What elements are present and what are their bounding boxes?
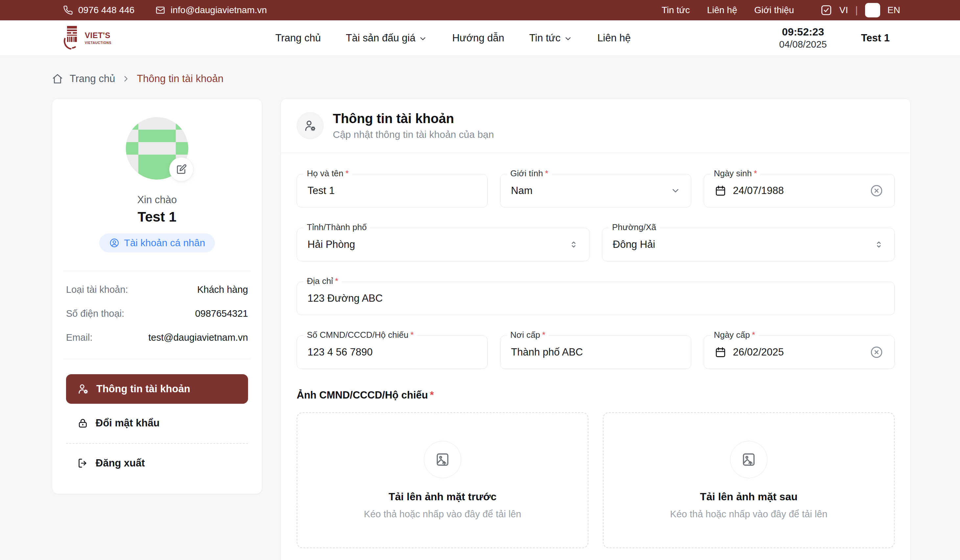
user-gear-icon <box>77 383 89 395</box>
dashed-divider <box>66 443 248 444</box>
calendar-icon <box>715 185 726 196</box>
topbar-email-address: info@daugiavietnam.vn <box>171 5 267 16</box>
image-upload-icon <box>741 452 757 467</box>
dob-clear-button[interactable] <box>869 183 884 198</box>
topbar-email[interactable]: info@daugiavietnam.vn <box>155 5 267 16</box>
issue-date-label: Ngày cấp <box>714 330 750 340</box>
panel-header-icon-circle <box>297 112 323 139</box>
chevron-down-icon <box>419 35 427 43</box>
clear-circle-icon <box>869 183 884 198</box>
ward-label: Phường/Xã <box>612 222 656 232</box>
nav-item-huong-dan[interactable]: Hướng dẫn <box>452 32 504 44</box>
account-sidebar: Xin chào Test 1 Tài khoản cá nhân Loại t… <box>52 99 262 494</box>
site-logo[interactable]: VIET'S VIETAUCTIONS <box>63 25 111 51</box>
topbar-phone-number: 0976 448 446 <box>78 5 134 16</box>
id-photos-section-label: Ảnh CMND/CCCD/Hộ chiếu* <box>297 389 894 401</box>
phone-icon <box>63 5 73 15</box>
nav-item-lien-he[interactable]: Liên hệ <box>597 32 631 44</box>
breadcrumb: Trang chủ Thông tin tài khoản <box>52 73 911 85</box>
upload-back-title: Tải lên ảnh mặt sau <box>700 491 798 503</box>
required-asterisk: * <box>545 168 548 178</box>
clock: 09:52:23 04/08/2025 <box>779 25 827 50</box>
logo-gavel-icon <box>63 25 82 51</box>
address-field[interactable]: Địa chỉ* 123 Đường ABC <box>297 282 894 315</box>
id-number-field[interactable]: Số CMND/CCCD/Hộ chiếu* 123 4 56 7890 <box>297 335 488 369</box>
navbar: VIET'S VIETAUCTIONS Trang chủ Tài sản đấ… <box>0 20 960 56</box>
gender-value: Nam <box>511 185 532 196</box>
logout-icon <box>77 458 88 469</box>
upload-back-dropzone[interactable]: Tải lên ảnh mặt sau Kéo thả hoặc nhấp và… <box>603 412 894 548</box>
address-value: 123 Đường ABC <box>307 292 383 304</box>
upload-front-hint: Kéo thả hoặc nhấp vào đây để tải lên <box>364 509 522 520</box>
greeting-text: Xin chào <box>66 194 248 206</box>
edit-avatar-button[interactable] <box>169 157 194 182</box>
breadcrumb-home-link[interactable]: Trang chủ <box>70 73 115 85</box>
upload-front-dropzone[interactable]: Tải lên ảnh mặt trước Kéo thả hoặc nhấp … <box>297 412 589 548</box>
edit-icon <box>176 164 187 175</box>
mail-icon <box>155 5 165 15</box>
sidebar-item-label: Đổi mật khẩu <box>96 417 160 429</box>
home-icon[interactable] <box>52 73 63 85</box>
required-asterisk: * <box>345 168 349 178</box>
clock-time: 09:52:23 <box>779 25 827 38</box>
topbar-link-tin-tuc[interactable]: Tin tức <box>662 5 690 16</box>
divider <box>63 271 251 271</box>
breadcrumb-current: Thông tin tài khoản <box>137 73 223 85</box>
sidebar-item-logout[interactable]: Đăng xuất <box>66 448 248 478</box>
issue-place-value: Thành phố ABC <box>511 346 583 358</box>
topbar-link-gioi-thieu[interactable]: Giới thiệu <box>754 5 794 16</box>
nav-item-tin-tuc[interactable]: Tin tức <box>529 32 572 44</box>
topbar-link-lien-he[interactable]: Liên hệ <box>707 5 737 16</box>
account-form: Họ và tên* Test 1 Giới tính* Nam Ngày si… <box>281 153 910 560</box>
topbar-phone[interactable]: 0976 448 446 <box>63 5 134 16</box>
account-type-badge[interactable]: Tài khoản cá nhân <box>99 233 215 252</box>
required-asterisk: * <box>430 389 434 401</box>
gender-select[interactable]: Giới tính* Nam <box>500 174 691 207</box>
detail-row-phone: Số điện thoại: 0987654321 <box>66 308 248 319</box>
select-arrows-icon <box>874 239 884 249</box>
full-name-field[interactable]: Họ và tên* Test 1 <box>297 174 488 207</box>
page-subtitle: Cập nhật thông tin tài khoản của bạn <box>333 129 494 140</box>
en-flag-icon[interactable] <box>865 3 880 18</box>
issue-place-field[interactable]: Nơi cấp* Thành phố ABC <box>500 335 691 369</box>
upload-icon-circle <box>730 441 768 478</box>
city-select[interactable]: Tỉnh/Thành phố Hải Phòng <box>297 228 589 261</box>
detail-row-email: Email: test@daugiavietnam.vn <box>66 332 248 343</box>
lock-icon <box>77 418 88 429</box>
id-number-label: Số CMND/CCCD/Hộ chiếu <box>307 330 408 340</box>
upload-back-hint: Kéo thả hoặc nhấp vào đây để tải lên <box>670 509 827 520</box>
dob-field[interactable]: Ngày sinh* 24/07/1988 <box>704 174 894 207</box>
clock-date: 04/08/2025 <box>779 38 827 50</box>
clear-circle-icon <box>869 345 884 359</box>
issue-date-clear-button[interactable] <box>869 345 884 359</box>
issue-place-label: Nơi cấp <box>510 330 540 340</box>
ward-select[interactable]: Phường/Xã Đông Hải <box>602 228 894 261</box>
sidebar-item-change-password[interactable]: Đổi mật khẩu <box>66 408 248 438</box>
logo-subtitle: VIETAUCTIONS <box>85 41 111 45</box>
required-asterisk: * <box>335 276 338 286</box>
check-square-icon[interactable] <box>820 4 832 16</box>
sidebar-item-account-info[interactable]: Thông tin tài khoản <box>66 374 248 404</box>
address-label: Địa chỉ <box>307 276 333 286</box>
nav-item-trang-chu[interactable]: Trang chủ <box>275 32 321 44</box>
required-asterisk: * <box>410 330 414 340</box>
gender-label: Giới tính <box>510 168 543 178</box>
logo-title: VIET'S <box>85 32 111 39</box>
lang-vi-label[interactable]: VI <box>839 5 848 16</box>
select-arrows-icon <box>569 239 579 249</box>
user-gear-icon <box>304 119 317 132</box>
issue-date-field[interactable]: Ngày cấp* 26/02/2025 <box>704 335 894 369</box>
nav-item-tai-san-dau-gia[interactable]: Tài sản đấu giá <box>346 32 427 44</box>
main-nav: Trang chủ Tài sản đấu giá Hướng dẫn Tin … <box>275 32 631 44</box>
city-value: Hải Phòng <box>307 239 355 250</box>
image-upload-icon <box>435 452 450 467</box>
dob-value: 24/07/1988 <box>733 185 784 196</box>
topbar: 0976 448 446 info@daugiavietnam.vn Tin t… <box>0 0 960 20</box>
sidebar-item-label: Đăng xuất <box>96 457 145 469</box>
nav-username[interactable]: Test 1 <box>861 32 890 44</box>
panel-header: Thông tin tài khoản Cập nhật thông tin t… <box>281 99 910 153</box>
lang-en-label[interactable]: EN <box>887 5 900 16</box>
sidebar-username: Test 1 <box>66 209 248 225</box>
chevron-right-icon <box>122 75 130 83</box>
page-title: Thông tin tài khoản <box>333 111 494 126</box>
